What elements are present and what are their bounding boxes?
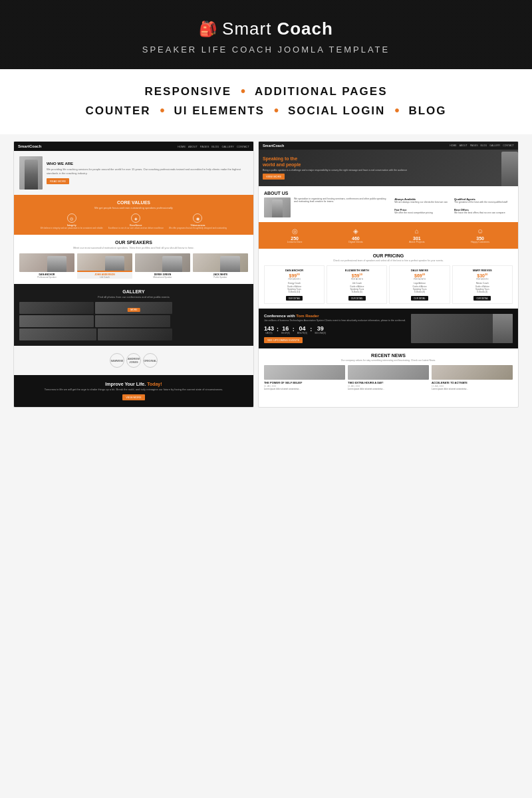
news-title-2: TWO EXTRA HOURS A DAY!	[348, 381, 429, 384]
cta-section: Improve Your Life. Today! Tomorrow in li…	[14, 375, 253, 407]
feature-text-3: We offer the most competitive pricing	[394, 211, 432, 214]
stat-icon-3: ⌂	[409, 227, 424, 235]
award-andrew: ANDREW JONES	[126, 353, 141, 368]
nav-gallery: GALLERY	[221, 145, 233, 148]
stats-row: ◎ 250 Lectures Done ◈ 460 Digital Client…	[264, 227, 513, 243]
left-nav-links: HOME ABOUT PAGES BLOG GALLERY CONTACT	[178, 145, 249, 148]
core-item-integrity: ◎ Integrity We believe in integrity and …	[41, 213, 103, 229]
logo-smart: Smart	[222, 19, 271, 39]
speaker-img-3	[135, 253, 190, 272]
right-hero-text: Being a public speaker is a challenge an…	[263, 169, 407, 172]
speaker-card-4: JACK WHITE Public Speaker	[193, 253, 248, 279]
cta-title: Improve Your Life. Today!	[19, 382, 248, 386]
feature-additional-pages: ADDITIONAL PAGES	[255, 85, 388, 98]
excellence-icon: ◈	[131, 213, 140, 223]
speaker-img-4	[193, 253, 248, 272]
news-text-3: Lorem ipsum dolor sit amet consectetur..…	[432, 388, 513, 390]
core-item-excellence: ◈ Excellence Excellence is one of our co…	[108, 213, 164, 229]
right-hero-text: Speaking to the world and people Being a…	[259, 151, 411, 185]
cta-text: Tomorrow in life we will get the urge to…	[19, 388, 248, 391]
right-hero-btn[interactable]: VIEW MORE	[263, 174, 285, 180]
core-values-subtitle: We get people focus and train outstandin…	[19, 206, 248, 209]
left-hero-btn[interactable]: READ MORE	[47, 178, 69, 184]
logo-icon: 🎒	[199, 21, 217, 38]
features-row1: RESPONSIVE • ADDITIONAL PAGES	[27, 84, 505, 99]
right-preview: SmartCoach HOME ABOUT PAGES BLOG GALLERY…	[258, 141, 519, 408]
plan-features-4: Mentor CoachGuide of AdviceSpeaking Tour…	[455, 282, 510, 293]
dot1: •	[241, 84, 245, 99]
speakers-subtitle: Meet our most successful motivation spea…	[19, 246, 248, 249]
left-hero-title: WHO WE ARE	[47, 162, 248, 166]
plan-period-2: PER MONTH	[329, 278, 384, 281]
stat-customers: ☺ 350 Happy Customers	[471, 227, 489, 243]
gallery-thumb-6	[98, 329, 172, 340]
feature-social-login: SOCIAL LOGIN	[288, 104, 385, 118]
conference-subtitle: Join millions of business Technologies A…	[264, 319, 407, 322]
stat-icon-1: ◎	[287, 227, 303, 235]
conference-name: Tom Reader	[296, 314, 319, 318]
right-hero: Speaking to the world and people Being a…	[259, 150, 518, 186]
integrity-sub: We believe in integrity and are passiona…	[41, 227, 103, 229]
news-title-1: THE POWER OF SELF BELIEF	[264, 381, 345, 384]
nav-home: HOME	[178, 145, 186, 148]
news-section: RECENT NEWS Our company values for stay …	[259, 348, 518, 395]
stat-num-1: 250	[287, 236, 303, 241]
plan-price-1: $9999	[267, 273, 322, 278]
plan-btn-4[interactable]: OUR DETAIL	[473, 296, 491, 301]
news-text-1: Lorem ipsum dolor sit amet consectetur..…	[264, 388, 345, 390]
gallery-title: GALLERY	[19, 289, 248, 294]
stat-clients: ◈ 460 Digital Clients	[348, 227, 362, 243]
right-hero-title: Speaking to the	[263, 156, 407, 162]
cta-btn[interactable]: VIEW MORE	[122, 394, 144, 400]
news-subtitle: Our company values for stay something in…	[264, 359, 513, 362]
dot3: •	[274, 103, 279, 118]
plan-features-2: Life CoachGuide of AdviceSpeaking ToursE…	[329, 282, 384, 293]
plan-btn-1[interactable]: OUR DETAIL	[286, 296, 303, 301]
header: 🎒 SmartCoach SPEAKER LIFE COACH JOOMLA T…	[0, 0, 532, 69]
plan-btn-3[interactable]: OUR DETAIL	[411, 296, 428, 301]
right-hero-person	[501, 152, 518, 186]
conference-text: Conference with Tom Reader Join millions…	[264, 314, 407, 343]
about-feature-2: Qualified Agents The greatest of the bes…	[454, 198, 513, 207]
plan-1: DAN ANCHOR $9999 PER MONTH Energy CoachG…	[264, 265, 325, 304]
speaker-role-3: Motivational Speaker	[135, 276, 190, 279]
nav-blog: BLOG	[211, 145, 219, 148]
award-original: ORIGINAL	[143, 353, 158, 368]
feature-ui-elements: UI ELEMENTS	[174, 104, 265, 118]
dot4: •	[394, 103, 399, 118]
plan-features-1: Energy CoachGuide of AdviceSpeaking Tour…	[267, 282, 322, 293]
plan-name-1: DAN ANCHOR	[267, 269, 322, 272]
cta-title-accent: Today!	[147, 382, 162, 386]
plan-period-3: PER MONTH	[392, 278, 447, 281]
news-card-1: THE POWER OF SELF BELIEF 10 JAN, 2018 Lo…	[264, 365, 345, 390]
speaker-role-4: Public Speaker	[193, 276, 248, 279]
gallery-more-btn[interactable]: MORE	[128, 308, 140, 312]
plan-btn-2[interactable]: OUR DETAIL	[348, 296, 366, 301]
integrity-icon: ◎	[67, 213, 76, 223]
conference-person-silhouette	[493, 314, 513, 343]
rp-nav-blog: BLOG	[481, 144, 487, 147]
countdown-hours-label: HOUR(S)	[281, 332, 290, 334]
awards-row: SAMWISE ANDREW JONES ORIGINAL	[18, 350, 249, 371]
about-content: We specialize in organizing and hosting …	[264, 198, 513, 217]
hero-person-silhouette	[25, 160, 38, 190]
preview-container: SmartCoach HOME ABOUT PAGES BLOG GALLERY…	[0, 134, 532, 408]
conference-btn[interactable]: SEE UPCOMING EVENTS	[264, 337, 303, 343]
left-hero-image	[19, 156, 43, 190]
news-title-3: ACCELERATE TO ACTIVATE	[432, 381, 513, 384]
countdown-sep3: :	[309, 326, 313, 334]
core-values-section: CORE VALUES We get people focus and trai…	[14, 195, 253, 235]
right-nav-links: HOME ABOUT PAGES BLOG GALLERY CONTACT	[450, 144, 514, 147]
core-item-virtuousness: ◉ Virtuousness We offer programs that ar…	[169, 213, 227, 229]
speaker-card-2: JOHN ANDERSON Life Coach	[77, 253, 132, 279]
nav-pages: PAGES	[200, 145, 209, 148]
nav-about: ABOUT	[188, 145, 198, 148]
countdown-hours: 16 HOUR(S)	[281, 325, 290, 334]
plan-name-3: DALE WAYKE	[392, 269, 447, 272]
stat-label-1: Lectures Done	[287, 241, 303, 243]
plan-price-3: $6969	[392, 273, 447, 278]
conference-image	[411, 314, 513, 343]
speakers-title: OUR SPEAKERS	[19, 240, 248, 245]
stat-num-2: 460	[348, 236, 362, 241]
feature-text-4: We have the best offers that no one can …	[454, 211, 505, 214]
